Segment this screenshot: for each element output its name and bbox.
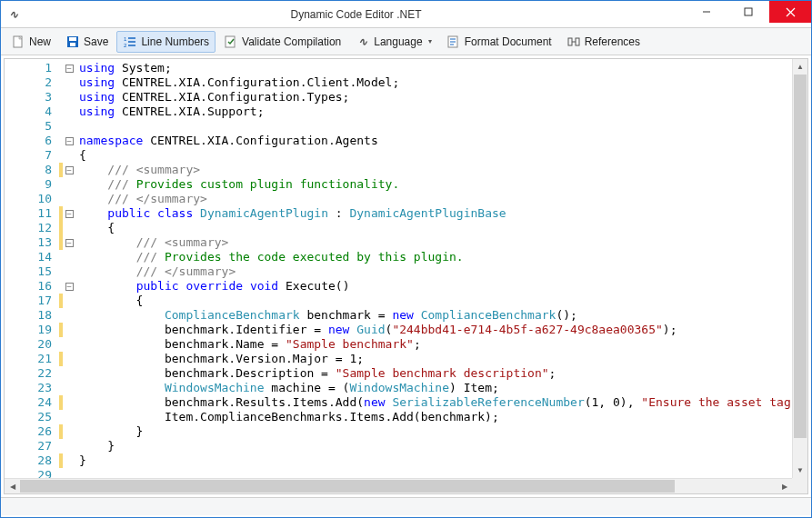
maximize-button[interactable]	[727, 1, 769, 23]
references-button[interactable]: References	[560, 31, 647, 53]
fold-cell[interactable]: −	[63, 279, 75, 294]
line-number: 23	[5, 381, 59, 395]
code-line[interactable]: {	[79, 294, 807, 308]
scroll-right-button[interactable]: ▶	[777, 479, 792, 493]
fold-cell[interactable]: −	[63, 61, 75, 75]
fold-cell	[63, 250, 75, 264]
code-line[interactable]: }	[79, 453, 807, 468]
code-line[interactable]: WindowsMachine machine = (WindowsMachine…	[79, 381, 807, 395]
code-line[interactable]: using CENTREL.XIA.Support;	[79, 105, 807, 119]
language-label: Language	[374, 35, 422, 48]
fold-cell[interactable]: −	[63, 134, 75, 148]
scroll-up-button[interactable]: ▲	[793, 59, 807, 75]
fold-cell	[63, 177, 75, 192]
code-line[interactable]: Item.ComplianceBenchmarks.Items.Add(benc…	[79, 410, 807, 424]
fold-cell	[63, 75, 75, 90]
fold-cell[interactable]: −	[63, 163, 75, 177]
language-button[interactable]: ∿ Language ▾	[349, 31, 437, 53]
horizontal-scroll-track[interactable]	[20, 479, 777, 493]
code-line[interactable]: /// Provides the code executed by this p…	[79, 250, 807, 264]
line-number: 20	[5, 337, 59, 352]
line-number: 25	[5, 410, 59, 424]
save-button[interactable]: Save	[59, 31, 115, 53]
fold-cell	[63, 308, 75, 323]
line-number: 26	[5, 424, 59, 439]
fold-collapse-icon[interactable]: −	[65, 166, 74, 174]
fold-collapse-icon[interactable]: −	[65, 137, 74, 145]
code-line[interactable]: benchmark.Description = "Sample benchmar…	[79, 366, 807, 381]
fold-cell	[63, 337, 75, 352]
line-number: 14	[5, 250, 59, 264]
code-content[interactable]: using System;using CENTREL.XIA.Configura…	[75, 59, 807, 493]
linenumbers-button[interactable]: 12 Line Numbers	[116, 31, 216, 53]
line-number: 3	[5, 90, 59, 105]
window-title: Dynamic Code Editor .NET	[26, 8, 686, 21]
editor-body[interactable]: 1234567891011121314151617181920212223242…	[5, 59, 807, 493]
code-line[interactable]: /// <summary>	[79, 235, 807, 250]
validate-button[interactable]: Validate Compilation	[217, 31, 347, 53]
code-line[interactable]	[79, 119, 807, 134]
format-button[interactable]: Format Document	[440, 31, 558, 53]
fold-cell	[63, 352, 75, 366]
code-line[interactable]: using System;	[79, 61, 807, 75]
vertical-scrollbar[interactable]: ▲ ▼	[792, 59, 807, 478]
format-label: Format Document	[465, 35, 552, 48]
code-line[interactable]: namespace CENTREL.XIA.Configuration.Agen…	[79, 134, 807, 148]
code-line[interactable]: {	[79, 148, 807, 163]
line-number: 19	[5, 323, 59, 337]
code-line[interactable]: {	[79, 221, 807, 235]
line-number: 28	[5, 453, 59, 468]
fold-cell	[63, 381, 75, 395]
references-icon	[566, 35, 581, 49]
code-line[interactable]: ComplianceBenchmark benchmark = new Comp…	[79, 308, 807, 323]
fold-collapse-icon[interactable]: −	[65, 210, 74, 218]
code-line[interactable]: public override void Execute()	[79, 279, 807, 294]
close-button[interactable]	[769, 1, 811, 23]
line-number: 7	[5, 148, 59, 163]
minimize-button[interactable]	[686, 1, 727, 23]
line-number: 24	[5, 395, 59, 410]
horizontal-scroll-thumb[interactable]	[20, 480, 675, 493]
line-number: 9	[5, 177, 59, 192]
line-number: 1	[5, 61, 59, 75]
line-number: 6	[5, 134, 59, 148]
svg-rect-7	[70, 43, 75, 46]
horizontal-scrollbar[interactable]: ◀ ▶	[5, 478, 792, 493]
validate-label: Validate Compilation	[242, 35, 341, 48]
fold-collapse-icon[interactable]: −	[65, 239, 74, 247]
code-line[interactable]: public class DynamicAgentPlugin : Dynami…	[79, 206, 807, 221]
line-number: 18	[5, 308, 59, 323]
fold-cell	[63, 148, 75, 163]
code-line[interactable]: /// <summary>	[79, 163, 807, 177]
references-label: References	[585, 35, 640, 48]
fold-collapse-icon[interactable]: −	[65, 283, 74, 291]
code-line[interactable]: /// </summary>	[79, 264, 807, 279]
fold-cell	[63, 90, 75, 105]
svg-rect-13	[226, 36, 235, 47]
code-line[interactable]: using CENTREL.XIA.Configuration.Types;	[79, 90, 807, 105]
save-icon	[65, 35, 80, 49]
code-line[interactable]: benchmark.Name = "Sample benchmark";	[79, 337, 807, 352]
scroll-left-button[interactable]: ◀	[5, 479, 20, 493]
svg-rect-18	[568, 38, 572, 45]
line-number: 8	[5, 163, 59, 177]
svg-rect-19	[576, 38, 579, 45]
code-line[interactable]: benchmark.Identifier = new Guid("244bbd4…	[79, 323, 807, 337]
code-line[interactable]: }	[79, 439, 807, 453]
language-icon: ∿	[356, 35, 370, 49]
code-line[interactable]: /// Provides custom plugin functionality…	[79, 177, 807, 192]
code-line[interactable]: /// </summary>	[79, 192, 807, 206]
line-number-gutter: 1234567891011121314151617181920212223242…	[5, 59, 59, 493]
code-line[interactable]: benchmark.Results.Items.Add(new Serializ…	[79, 395, 807, 410]
new-button[interactable]: New	[5, 31, 57, 53]
code-line[interactable]: benchmark.Version.Major = 1;	[79, 352, 807, 366]
fold-collapse-icon[interactable]: −	[65, 65, 74, 73]
vertical-scroll-thumb[interactable]	[794, 75, 807, 438]
chevron-down-icon: ▾	[428, 37, 432, 45]
fold-cell[interactable]: −	[63, 235, 75, 250]
scroll-down-button[interactable]: ▼	[793, 463, 807, 478]
code-line[interactable]: }	[79, 424, 807, 439]
fold-cell	[63, 424, 75, 439]
fold-cell[interactable]: −	[63, 206, 75, 221]
code-line[interactable]: using CENTREL.XIA.Configuration.Client.M…	[79, 75, 807, 90]
